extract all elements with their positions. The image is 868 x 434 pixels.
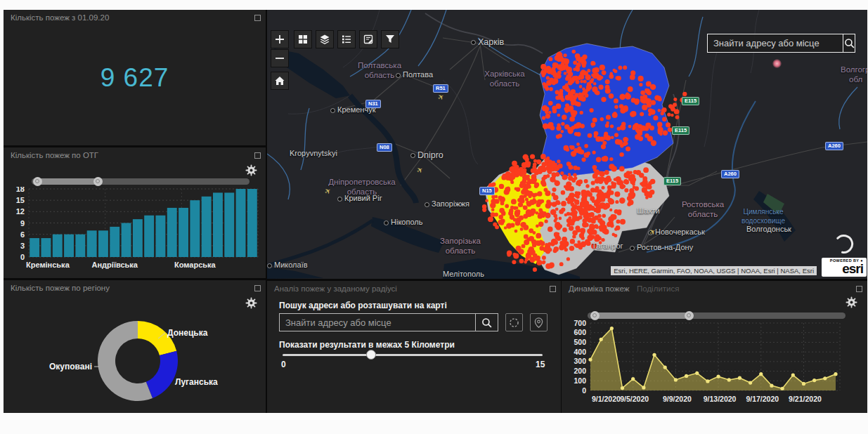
svg-text:100: 100 [574,376,586,385]
dashboard: Кількість пожеж з 01.09.20 9 627 Кількіс… [4,10,867,413]
radius-slider-handle[interactable] [366,350,376,360]
gear-icon[interactable] [245,164,257,176]
home-button[interactable] [271,72,289,90]
radius-search-box [279,313,498,331]
panel-title: Кількість пожеж по ОТГ [11,151,98,159]
radius-search-input[interactable] [280,314,475,331]
maximize-icon[interactable] [550,286,556,292]
svg-text:Комарська: Комарська [174,261,216,269]
search-label: Пошук адреси або розташувати на карті [279,301,447,310]
zoom-out-button[interactable] [271,49,289,67]
panel-title: Кількість пожеж по регіону [11,284,110,292]
maximize-icon[interactable] [856,286,862,292]
maximize-icon[interactable] [254,152,261,159]
panel-fires-by-otg: Кількість пожеж по ОТГ 0369121518Кремінс… [4,147,266,278]
panel-fires-by-region: Кількість пожеж по регіону ДонецькаЛуган… [4,280,266,413]
maximize-icon[interactable] [254,285,261,291]
svg-text:500: 500 [574,338,586,346]
details-button[interactable] [359,30,377,48]
map-search-box [707,34,855,53]
esri-wordmark: esri [824,263,863,275]
scrollbar-range[interactable] [595,313,687,319]
svg-text:18: 18 [16,187,25,193]
panel-title: Динаміка пожеж [569,284,629,293]
svg-text:15: 15 [16,196,25,204]
svg-text:9/17/2020: 9/17/2020 [746,395,779,403]
scrollbar-range[interactable] [37,178,99,185]
slider-max-label: 15 [536,360,545,369]
svg-text:300: 300 [574,357,586,365]
svg-text:700: 700 [574,320,586,327]
map-search-input[interactable] [708,34,843,52]
scrollbar-handle-right[interactable] [685,311,694,320]
svg-text:9/5/2020: 9/5/2020 [620,395,649,403]
scrollbar-handle-left[interactable] [590,311,600,320]
radius-slider[interactable] [283,354,543,356]
svg-text:400: 400 [574,348,586,356]
category-scrollbar[interactable] [32,178,250,185]
svg-text:9/13/2020: 9/13/2020 [704,395,737,403]
drop-pin-button[interactable] [530,313,548,331]
bar-chart: 0369121518КремінськаАндріївськаКомарська [5,187,264,277]
donut-chart: ДонецькаЛуганськаОкуповані [4,300,266,411]
basemap-gallery-button[interactable] [294,30,312,48]
svg-text:Андріївська: Андріївська [92,261,138,269]
esri-logo: POWERED BY ● esri [822,258,867,277]
zoom-in-button[interactable] [271,30,289,48]
panel-title: Аналіз пожеж у заданому радіусі [274,284,397,293]
locate-button[interactable] [505,313,523,331]
svg-text:Окуповані: Окуповані [49,362,92,371]
fire-count-wrap: 9 627 [4,10,266,145]
svg-text:9: 9 [20,219,25,228]
map-point-marker [772,59,782,68]
radius-search-button[interactable] [475,314,498,331]
slider-min-label: 0 [281,360,286,369]
svg-text:0: 0 [582,386,586,395]
svg-text:9/9/2020: 9/9/2020 [663,395,692,403]
svg-text:9/1/2020: 9/1/2020 [592,395,621,403]
svg-text:Луганська: Луганська [175,377,218,387]
svg-text:0: 0 [20,253,25,261]
legend-button[interactable] [337,30,356,48]
radius-label: Показати результати в межах 5 Кілометри [279,340,455,350]
map-attribution: Esri, HERE, Garmin, FAO, NOAA, USGS | NO… [611,266,817,275]
svg-text:200: 200 [574,367,586,375]
panel-radius-analysis: Аналіз пожеж у заданому радіусі Пошук ад… [267,281,561,413]
area-chart: 01002003004005006007009/1/20209/5/20209/… [563,320,866,412]
scrollbar-handle-right[interactable] [93,177,103,186]
category-scrollbar[interactable] [588,313,846,319]
share-menu-item[interactable]: Поділитися [637,284,679,293]
svg-text:6: 6 [20,230,25,239]
svg-text:3: 3 [20,242,25,250]
filter-button[interactable] [381,30,399,48]
layers-button[interactable] [316,30,334,48]
svg-text:12: 12 [16,207,25,216]
dashboard-page: Кількість пожеж з 01.09.20 9 627 Кількіс… [0,0,868,434]
compass-arc-icon[interactable] [834,233,855,254]
panel-fire-count: Кількість пожеж з 01.09.20 9 627 [4,10,266,145]
panel-map: ХарківХарківська областьПолтавська облас… [267,10,867,279]
svg-text:Кремінська: Кремінська [26,261,70,269]
panel-fire-dynamics: Динаміка пожеж Поділитися 01002003004005… [562,281,867,413]
fire-count-value: 9 627 [101,63,169,93]
map-search-button[interactable] [843,34,855,52]
gear-icon[interactable] [846,296,857,308]
svg-text:600: 600 [574,328,586,336]
svg-text:Донецька: Донецька [167,328,208,338]
svg-text:9/21/2020: 9/21/2020 [789,395,822,403]
scrollbar-handle-left[interactable] [33,177,42,186]
